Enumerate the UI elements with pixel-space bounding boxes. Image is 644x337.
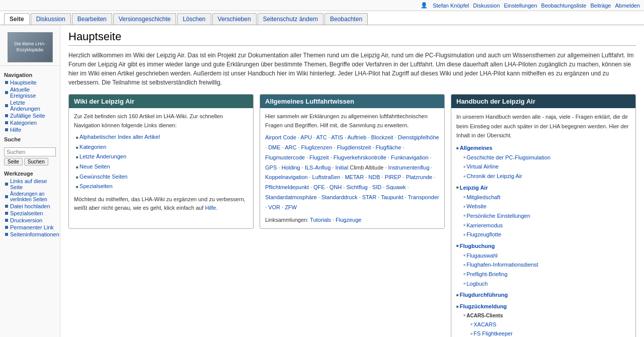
tool-verlinkte[interactable]: Änderungen an verlinkten Seiten	[0, 191, 60, 203]
discussion-link[interactable]: Diskussion	[473, 3, 500, 9]
sub-link[interactable]: Flughafen-Informationsdienst	[463, 260, 630, 270]
flugdienstzeit-link[interactable]: Flugdienstzeit	[337, 144, 371, 150]
tool-link[interactable]: Permanenter Link	[0, 224, 60, 231]
taupunkt-link[interactable]: Taupunkt	[381, 194, 404, 200]
transponder-link[interactable]: Transponder	[408, 194, 439, 200]
nav-item-aenderungen[interactable]: Letzte Änderungen	[0, 99, 60, 112]
tutorials-link[interactable]: Tutorials	[310, 217, 331, 223]
list-item[interactable]: Alphabetischer Index aller Artikel	[76, 133, 248, 142]
star-link[interactable]: STAR	[362, 194, 377, 200]
flugzeuge-link[interactable]: Flugzeuge	[336, 217, 361, 223]
sid-link[interactable]: SID	[372, 184, 381, 190]
hilfe-link[interactable]: Hilfe	[205, 205, 216, 211]
flugverkehr-link[interactable]: Flugverkehrskontrolle	[334, 154, 386, 160]
handbuch-intro: In unserem Handbuch werden alle - naja, …	[456, 112, 630, 140]
zfw-link[interactable]: ZFW	[285, 204, 297, 210]
squawk-link[interactable]: Squawk	[386, 184, 406, 190]
username-link[interactable]: Stefan Knöpfel	[433, 3, 469, 9]
sub-link[interactable]: Virtual Airline	[463, 162, 630, 172]
vor-link[interactable]: VOR	[268, 204, 280, 210]
qfe-link[interactable]: QFE	[313, 184, 325, 190]
sub-link[interactable]: Flugzeugflotte	[463, 230, 630, 239]
search-input[interactable]	[4, 147, 56, 156]
list-item[interactable]: Letzte Änderungen	[76, 152, 248, 161]
list-item[interactable]: Neue Seiten	[76, 162, 248, 172]
sub-link[interactable]: Chronik der Leipzig Air	[463, 172, 630, 181]
settings-link[interactable]: Einstellungen	[504, 3, 537, 9]
logout-link[interactable]: Abmelden	[615, 3, 640, 9]
list-item[interactable]: Spezialseiten	[76, 182, 248, 191]
tab-seite[interactable]: Seite	[4, 13, 30, 25]
sub-link[interactable]: Preflight-Briefing	[463, 270, 630, 279]
sub-link[interactable]: FS Flightkeeper	[470, 329, 630, 337]
apu-link[interactable]: APU	[300, 134, 312, 140]
standarddruck-link[interactable]: Standarddruck	[321, 194, 358, 200]
luftstrassen-link[interactable]: Luftstraßen	[312, 174, 341, 180]
bullet-icon	[5, 91, 8, 94]
fluglizenzen-link[interactable]: Fluglizenzen	[301, 144, 333, 150]
dme-link[interactable]: DME	[268, 144, 280, 150]
flugmustercode-link[interactable]: Flugmustercode	[265, 154, 305, 160]
tab-diskussion[interactable]: Diskussion	[31, 13, 71, 25]
nav-item-hauptseite[interactable]: Hauptseite	[0, 79, 60, 86]
sichtflug-link[interactable]: Sichtflug	[346, 184, 367, 190]
flugflaeche-link[interactable]: Flugfläche	[376, 144, 401, 150]
koppelnav-link[interactable]: Koppelnavigation	[265, 174, 307, 180]
sub-link[interactable]: Logbuch	[463, 279, 630, 289]
sub-link[interactable]: Geschichte der PC-Flugsimulation	[463, 153, 630, 162]
list-item[interactable]: Gewünschte Seiten	[76, 173, 248, 182]
metar-link[interactable]: METAR	[345, 174, 364, 180]
tab-beobachten[interactable]: Beobachten	[325, 13, 368, 25]
dienstgipfel-link[interactable]: Dienstgipfelhöhe	[398, 134, 439, 140]
arc-link[interactable]: ARC	[285, 144, 296, 150]
gps-link[interactable]: GPS	[265, 164, 277, 171]
atis-link[interactable]: ATIS	[331, 134, 343, 140]
pirep-link[interactable]: PIREP	[385, 174, 401, 180]
standardatmo-link[interactable]: Standardatmosphäre	[265, 194, 317, 200]
tool-druck[interactable]: Druckversion	[0, 217, 60, 224]
nav-item-hilfe[interactable]: Hilfe	[0, 126, 60, 133]
blockzeit-link[interactable]: Blockzeit	[371, 134, 393, 140]
airport-code-link[interactable]: Airport Code	[265, 134, 296, 140]
page-button[interactable]: Seite	[4, 158, 23, 165]
holding-link[interactable]: Holding	[281, 164, 300, 171]
nav-item-ereignisse[interactable]: Aktuelle Ereignisse	[0, 86, 60, 99]
contributions-link[interactable]: Beiträge	[590, 3, 611, 9]
watchlist-link[interactable]: Beobachtungsliste	[541, 3, 587, 9]
sub-link[interactable]: Karrieremodus	[463, 221, 630, 230]
sub-link[interactable]: Mitgliedschaft	[463, 193, 630, 202]
tool-links-seite[interactable]: Links auf diese Seite	[0, 178, 60, 191]
tool-spezial[interactable]: Spezialseiten	[0, 210, 60, 217]
initial-link[interactable]: Initial	[335, 164, 348, 171]
bullet-icon	[5, 226, 8, 229]
sub-link[interactable]: XACARS	[470, 320, 630, 329]
tool-info[interactable]: Seiteninformationen	[0, 231, 60, 238]
funknav-link[interactable]: Funknavigation	[391, 154, 429, 160]
search-button[interactable]: Suchen	[24, 158, 48, 165]
nav-item-kategorien[interactable]: Kategorien	[0, 119, 60, 126]
flugzeit-link[interactable]: Flugzeit	[309, 154, 329, 160]
bullet-icon	[5, 205, 8, 208]
tab-seitenschutz[interactable]: Seitenschutz ändern	[258, 13, 324, 25]
tab-navigation: Seite Diskussion Bearbeiten Versionsgesc…	[0, 11, 644, 25]
tab-loeschen[interactable]: Löschen	[177, 13, 211, 25]
platzrunde-link[interactable]: Platzrunde	[406, 174, 433, 180]
tool-upload[interactable]: Datei hochladen	[0, 203, 60, 210]
atc-link[interactable]: ATC	[316, 134, 327, 140]
sub-link[interactable]: Flugauswahl	[463, 251, 630, 261]
sub-link[interactable]: Persönliche Einstellungen	[463, 211, 630, 221]
tab-verschieben[interactable]: Verschieben	[212, 13, 257, 25]
ndb-link[interactable]: NDB	[368, 174, 380, 180]
sub-link[interactable]: Website	[463, 202, 630, 211]
instrumentenflug-link[interactable]: Instrumentenflug	[388, 164, 430, 171]
qnh-link[interactable]: QNH	[330, 184, 342, 190]
intro-text: Herzlich willkommen im Wiki der Leipzig …	[68, 51, 636, 87]
ils-link[interactable]: ILS-Anflug	[305, 164, 331, 171]
list-item[interactable]: Kategorien	[76, 143, 248, 152]
luftfahrt-box-body: Hier sammeln wir Erklärungen zu allgemei…	[260, 108, 444, 228]
pflicht-link[interactable]: Pflichtmeldepunkt	[265, 184, 309, 190]
nav-item-zufaellig[interactable]: Zufällige Seite	[0, 112, 60, 119]
tab-bearbeiten[interactable]: Bearbeiten	[72, 13, 112, 25]
tab-versionsgeschichte[interactable]: Versionsgeschichte	[113, 13, 176, 25]
auftrieb-link[interactable]: Auftrieb	[347, 134, 366, 140]
